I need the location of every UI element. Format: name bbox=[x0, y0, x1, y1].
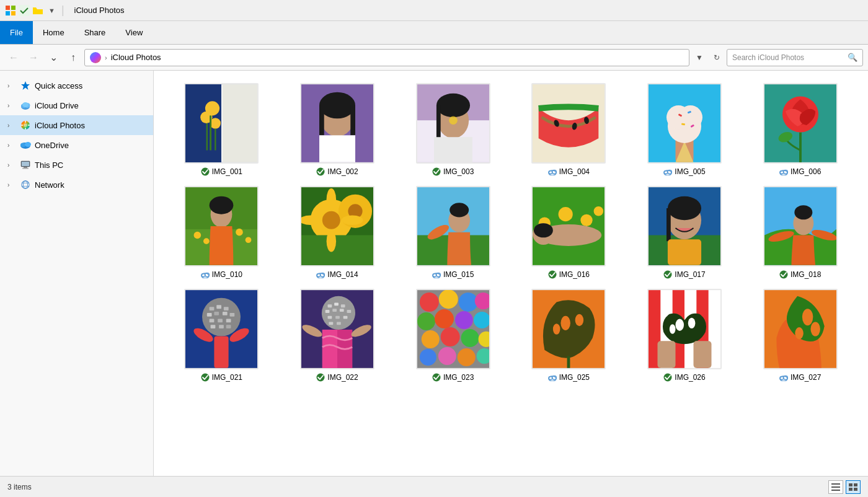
svg-rect-206 bbox=[657, 341, 675, 368]
list-view-button[interactable] bbox=[828, 480, 843, 494]
item-count: 3 items bbox=[7, 483, 32, 491]
status-synced-img018 bbox=[779, 270, 788, 279]
sidebar-item-network[interactable]: › Network bbox=[0, 175, 153, 195]
sidebar-item-this-pc[interactable]: › This PC bbox=[0, 155, 153, 175]
svg-rect-136 bbox=[210, 307, 215, 310]
photo-item-img002[interactable]: IMG_002 bbox=[285, 83, 391, 176]
status-synced-img002 bbox=[316, 167, 325, 176]
svg-point-180 bbox=[455, 311, 473, 329]
recent-button[interactable]: ⌄ bbox=[45, 49, 62, 66]
svg-rect-142 bbox=[230, 313, 235, 317]
photo-name-img021: IMG_021 bbox=[212, 373, 242, 382]
address-dropdown-button[interactable]: ▼ bbox=[692, 50, 707, 65]
svg-rect-165 bbox=[329, 322, 333, 325]
svg-point-87 bbox=[246, 237, 252, 243]
status-cloud-img014 bbox=[316, 271, 325, 278]
svg-point-203 bbox=[675, 319, 684, 331]
title-bar: ▼ | iCloud Photos bbox=[0, 0, 868, 21]
title-pin[interactable]: ▼ bbox=[48, 7, 55, 14]
photo-thumb-img027 bbox=[763, 289, 838, 369]
photo-name-img004: IMG_004 bbox=[559, 167, 590, 176]
svg-rect-144 bbox=[218, 319, 223, 323]
refresh-button[interactable]: ↻ bbox=[709, 50, 724, 65]
svg-point-9 bbox=[22, 102, 29, 107]
svg-rect-161 bbox=[347, 310, 351, 313]
onedrive-icon bbox=[20, 139, 31, 151]
up-button[interactable]: ↑ bbox=[64, 49, 82, 66]
photo-label-img016: IMG_016 bbox=[548, 270, 590, 279]
photo-item-img016[interactable]: IMG_016 bbox=[516, 186, 622, 279]
svg-rect-157 bbox=[341, 304, 345, 307]
svg-rect-141 bbox=[223, 312, 228, 315]
grid-view-button[interactable] bbox=[846, 480, 861, 494]
back-button[interactable]: ← bbox=[5, 49, 22, 66]
photo-item-img017[interactable]: IMG_017 bbox=[632, 186, 738, 279]
svg-point-48 bbox=[436, 94, 470, 118]
status-synced-img001 bbox=[201, 167, 210, 176]
photo-label-img022: IMG_022 bbox=[316, 373, 358, 382]
svg-rect-1 bbox=[11, 6, 16, 10]
photo-item-img023[interactable]: IMG_023 bbox=[400, 289, 506, 382]
address-bar[interactable]: › iCloud Photos bbox=[84, 49, 689, 66]
photo-name-img010: IMG_010 bbox=[212, 270, 242, 279]
sidebar-item-quick-access[interactable]: › Quick access bbox=[0, 76, 153, 95]
menu-view[interactable]: View bbox=[115, 21, 153, 44]
svg-rect-41 bbox=[319, 105, 324, 135]
status-cloud-img015 bbox=[432, 271, 441, 278]
sidebar-label-icloud-photos: iCloud Photos bbox=[35, 121, 85, 130]
svg-point-85 bbox=[203, 238, 210, 244]
status-synced-img021 bbox=[201, 373, 210, 382]
svg-rect-140 bbox=[215, 312, 219, 315]
svg-rect-216 bbox=[831, 483, 840, 485]
photo-name-img017: IMG_017 bbox=[675, 270, 705, 279]
sidebar-item-icloud-photos[interactable]: › bbox=[0, 115, 153, 135]
photo-label-img027: IMG_027 bbox=[779, 373, 821, 382]
photo-name-img002: IMG_002 bbox=[327, 167, 358, 176]
svg-rect-146 bbox=[211, 325, 216, 328]
chevron-this-pc: › bbox=[7, 162, 16, 169]
svg-point-195 bbox=[553, 323, 560, 334]
forward-button[interactable]: → bbox=[25, 49, 42, 66]
photo-item-img001[interactable]: IMG_001 bbox=[169, 83, 275, 176]
window-title: iCloud Photos bbox=[74, 6, 125, 15]
photo-item-img026[interactable]: IMG_026 bbox=[632, 289, 738, 382]
status-synced-img016 bbox=[548, 270, 557, 279]
svg-rect-158 bbox=[326, 310, 330, 313]
menu-home[interactable]: Home bbox=[33, 21, 74, 44]
svg-rect-4 bbox=[19, 5, 30, 16]
photo-thumb-img004 bbox=[531, 83, 606, 164]
status-synced-img026 bbox=[663, 373, 672, 382]
svg-point-179 bbox=[435, 309, 454, 328]
photo-item-img021[interactable]: IMG_021 bbox=[169, 289, 275, 382]
svg-rect-145 bbox=[226, 319, 231, 323]
photo-label-img010: IMG_010 bbox=[201, 270, 242, 279]
photo-name-img005: IMG_005 bbox=[675, 167, 705, 176]
sidebar-label-quick-access: Quick access bbox=[35, 81, 82, 90]
menu-file[interactable]: File bbox=[0, 21, 33, 44]
photo-item-img004[interactable]: IMG_004 bbox=[516, 83, 622, 176]
search-icon[interactable]: 🔍 bbox=[848, 53, 857, 62]
photo-name-img016: IMG_016 bbox=[559, 270, 590, 279]
status-bar: 3 items bbox=[0, 476, 868, 497]
svg-point-107 bbox=[450, 203, 469, 217]
photo-item-img003[interactable]: IMG_003 bbox=[400, 83, 506, 176]
photo-thumb-img010 bbox=[184, 186, 259, 266]
sidebar-item-onedrive[interactable]: › OneDrive bbox=[0, 135, 153, 155]
svg-point-211 bbox=[810, 322, 820, 336]
photo-item-img022[interactable]: IMG_022 bbox=[285, 289, 391, 382]
photo-item-img018[interactable]: IMG_018 bbox=[747, 186, 853, 279]
photo-label-img014: IMG_014 bbox=[316, 270, 358, 279]
menu-share[interactable]: Share bbox=[74, 21, 116, 44]
photo-label-img015: IMG_015 bbox=[432, 270, 474, 279]
photo-item-img005[interactable]: IMG_005 bbox=[632, 83, 738, 176]
photo-item-img015[interactable]: IMG_015 bbox=[400, 186, 506, 279]
photo-item-img010[interactable]: IMG_010 bbox=[169, 186, 275, 279]
svg-point-174 bbox=[420, 292, 439, 312]
search-bar[interactable]: Search iCloud Photos 🔍 bbox=[727, 49, 863, 66]
photo-item-img027[interactable]: IMG_027 bbox=[747, 289, 853, 382]
sidebar-item-icloud-drive[interactable]: › iCloud Drive bbox=[0, 95, 153, 115]
photo-item-img025[interactable]: IMG_025 bbox=[516, 289, 622, 382]
photo-item-img014[interactable]: IMG_014 bbox=[285, 186, 391, 279]
photo-item-img006[interactable]: IMG_006 bbox=[747, 83, 853, 176]
svg-point-97 bbox=[327, 188, 336, 210]
